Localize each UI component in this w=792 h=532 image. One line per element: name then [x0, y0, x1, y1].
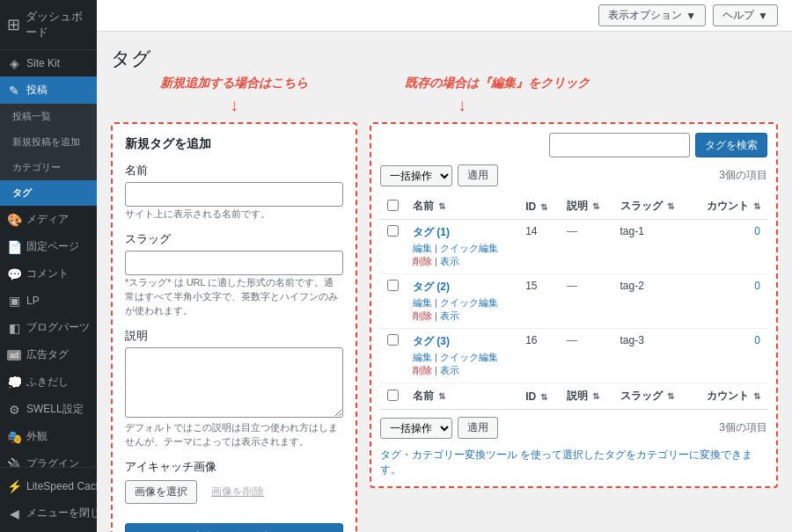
quick-edit-link-2[interactable]: クイック編集 — [440, 352, 498, 362]
view-link-0[interactable]: 表示 — [440, 256, 459, 266]
header-description[interactable]: 説明 ⇅ — [560, 193, 613, 220]
convert-link[interactable]: タグ・カテゴリー変換ツール — [380, 448, 517, 461]
collapse-icon: ◀ — [7, 506, 21, 521]
select-all-checkbox[interactable] — [387, 200, 399, 211]
footer-slug[interactable]: スラッグ ⇅ — [613, 383, 691, 410]
tags-table-panel: タグを検索 一括操作 適用 3個の項目 — [370, 122, 778, 488]
row-name-cell: タグ (3) 編集 | クイック編集 削除 | 表示 — [406, 329, 518, 383]
sidebar-item-swell[interactable]: ⚙ SWELL設定 — [0, 396, 97, 423]
sidebar-item-posts-list[interactable]: 投稿一覧 — [0, 104, 97, 129]
row-slug-cell-0: tag-1 — [613, 220, 691, 274]
edit-link-0[interactable]: 編集 — [413, 243, 432, 253]
name-sort-icon: ⇅ — [438, 201, 445, 211]
tag-search-input[interactable] — [549, 133, 690, 157]
row-checkbox-0[interactable] — [387, 225, 399, 237]
tag-name-1[interactable]: タグ (2) — [413, 281, 450, 293]
row-checkbox-2[interactable] — [387, 334, 399, 346]
row-count-cell-0: 0 — [690, 220, 767, 274]
sidebar-item-label: Site Kit — [26, 57, 60, 69]
annotation-row: 新規追加する場合はこちら 既存の場合は『編集』をクリック — [111, 76, 778, 91]
view-link-1[interactable]: 表示 — [440, 310, 459, 321]
edit-link-2[interactable]: 編集 — [413, 352, 432, 362]
delete-link-0[interactable]: 削除 — [413, 256, 432, 266]
sidebar-item-appearance[interactable]: 🎭 外観 — [0, 423, 97, 450]
row-count-cell-1: 0 — [690, 274, 767, 329]
name-input[interactable] — [125, 182, 343, 207]
sidebar-item-blog-parts[interactable]: ◧ ブログパーツ — [0, 314, 97, 341]
sidebar-item-tags[interactable]: タグ — [0, 180, 97, 206]
select-all-footer-checkbox[interactable] — [387, 390, 399, 401]
row-id-cell-2: 16 — [518, 329, 560, 383]
delete-link-2[interactable]: 削除 — [413, 365, 432, 375]
image-actions: 画像を選択 画像を削除 — [125, 480, 343, 504]
delete-link-1[interactable]: 削除 — [413, 310, 432, 321]
name-hint: サイト上に表示される名前です。 — [125, 208, 270, 219]
sidebar-item-sitekit[interactable]: ◈ Site Kit — [0, 50, 97, 77]
sidebar-item-categories[interactable]: カテゴリー — [0, 155, 97, 180]
row-checkbox-1[interactable] — [387, 280, 399, 291]
edit-link-1[interactable]: 編集 — [413, 297, 432, 308]
sidebar-item-ad-tags[interactable]: ad 広告タグ — [0, 341, 97, 368]
slug-form-group: スラッグ *スラッグ* は URL に適した形式の名前です。通常はすべて半角小文… — [125, 231, 343, 317]
table-count-bottom: 3個の項目 — [719, 420, 767, 435]
view-link-2[interactable]: 表示 — [440, 365, 459, 375]
table-footer-row: 名前 ⇅ ID ⇅ 説明 ⇅ — [380, 383, 767, 410]
select-image-button[interactable]: 画像を選択 — [125, 480, 197, 504]
help-button[interactable]: ヘルプ ▼ — [713, 4, 778, 26]
tag-name-0[interactable]: タグ (1) — [413, 226, 450, 238]
bulk-action-select-top[interactable]: 一括操作 — [380, 165, 452, 186]
header-name[interactable]: 名前 ⇅ — [406, 193, 518, 220]
bulk-action-select-bottom[interactable]: 一括操作 — [380, 418, 452, 439]
page-title: タグ — [111, 46, 778, 72]
search-bar: タグを検索 — [380, 133, 767, 157]
delete-image-button[interactable]: 画像を削除 — [211, 485, 264, 499]
tag-search-button[interactable]: タグを検索 — [695, 133, 767, 157]
footer-count[interactable]: カウント ⇅ — [690, 383, 767, 410]
sidebar-item-collapse[interactable]: ◀ メニューを閉じる — [0, 499, 97, 527]
comments-icon: 💬 — [7, 267, 21, 281]
sitekit-icon: ◈ — [7, 56, 21, 70]
sidebar-item-fukidashi[interactable]: 💭 ふきだし — [0, 368, 97, 396]
add-tag-button[interactable]: 新規タグを追加 — [125, 523, 343, 532]
footer-id[interactable]: ID ⇅ — [518, 383, 560, 410]
apply-button-bottom[interactable]: 適用 — [458, 417, 498, 439]
tag-name-2[interactable]: タグ (3) — [413, 335, 450, 347]
sidebar-item-litespeed[interactable]: ⚡ LiteSpeed Cache — [0, 473, 97, 499]
count-sort-icon: ⇅ — [753, 201, 760, 211]
annotation-right-text: 既存の場合は『編集』をクリック — [405, 76, 590, 90]
quick-edit-link-0[interactable]: クイック編集 — [440, 243, 498, 253]
sidebar-item-pages[interactable]: 📄 固定ページ — [0, 233, 97, 260]
slug-input[interactable] — [125, 251, 343, 275]
arrow-row: ↓ ↓ — [111, 95, 778, 115]
name-form-group: 名前 サイト上に表示される名前です。 — [125, 163, 343, 221]
description-label: 説明 — [125, 328, 343, 344]
row-description-cell-2: — — [560, 329, 613, 383]
sidebar-item-media[interactable]: 🎨 メディア — [0, 206, 97, 233]
sidebar-item-posts[interactable]: ✎ 投稿 — [0, 77, 97, 104]
apply-button-top[interactable]: 適用 — [458, 164, 498, 186]
eyecatch-form-group: アイキャッチ画像 画像を選択 画像を削除 — [125, 459, 343, 504]
sidebar-item-comments[interactable]: 💬 コメント — [0, 260, 97, 288]
sidebar-item-plugins[interactable]: 🔌 プラグイン — [0, 450, 97, 467]
table-row: タグ (2) 編集 | クイック編集 削除 | 表示 15 — tag-2 0 — [380, 274, 767, 329]
two-columns: 新規タグを追加 名前 サイト上に表示される名前です。 スラッグ *スラッグ* は… — [111, 122, 778, 532]
row-checkbox-cell — [380, 329, 406, 383]
sidebar-item-lp[interactable]: ▣ LP — [0, 288, 97, 314]
header-id[interactable]: ID ⇅ — [518, 193, 560, 220]
annotation-left-text: 新規追加する場合はこちら — [160, 76, 308, 90]
sidebar-logo[interactable]: ⊞ ダッシュボード — [0, 0, 97, 50]
name-label: 名前 — [125, 163, 343, 179]
display-options-button[interactable]: 表示オプション ▼ — [598, 4, 706, 26]
quick-edit-link-1[interactable]: クイック編集 — [440, 297, 498, 308]
header-count[interactable]: カウント ⇅ — [690, 193, 767, 220]
header-slug[interactable]: スラッグ ⇅ — [613, 193, 691, 220]
posts-icon: ✎ — [7, 84, 21, 98]
fukidashi-icon: 💭 — [7, 375, 21, 390]
footer-name[interactable]: 名前 ⇅ — [406, 383, 518, 410]
row-name-cell: タグ (2) 編集 | クイック編集 削除 | 表示 — [406, 274, 518, 329]
header-checkbox-cell — [380, 193, 406, 220]
footer-description[interactable]: 説明 ⇅ — [560, 383, 613, 410]
sidebar-item-add-post[interactable]: 新規投稿を追加 — [0, 129, 97, 155]
description-textarea[interactable] — [125, 347, 343, 418]
row-slug-cell-2: tag-3 — [613, 329, 691, 383]
